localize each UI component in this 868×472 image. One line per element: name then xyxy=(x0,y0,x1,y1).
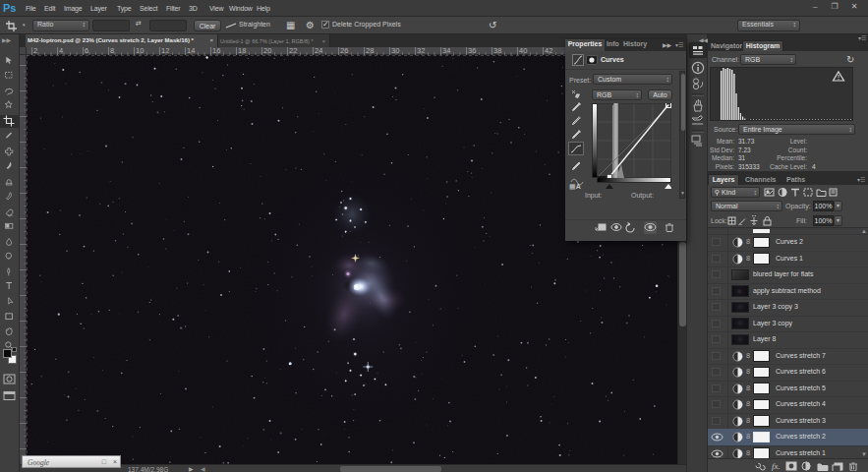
svg-text:26: 26 xyxy=(340,47,348,55)
svg-text:30: 30 xyxy=(391,47,399,55)
svg-text:24: 24 xyxy=(315,47,322,55)
svg-text:22: 22 xyxy=(289,47,297,55)
svg-text:32: 32 xyxy=(417,47,425,55)
svg-text:34: 34 xyxy=(442,47,450,55)
svg-text:10: 10 xyxy=(136,47,144,55)
svg-text:16: 16 xyxy=(212,47,220,55)
svg-text:14: 14 xyxy=(187,47,195,55)
svg-text:40: 40 xyxy=(519,47,527,55)
svg-text:28: 28 xyxy=(366,47,374,55)
svg-text:38: 38 xyxy=(493,47,501,55)
svg-text:18: 18 xyxy=(238,47,246,55)
svg-text:20: 20 xyxy=(263,47,271,55)
svg-text:42: 42 xyxy=(545,47,552,55)
svg-text:fx.: fx. xyxy=(772,461,781,471)
svg-text:36: 36 xyxy=(468,47,476,55)
svg-text:2: 2 xyxy=(33,47,37,55)
svg-text:4: 4 xyxy=(59,47,63,55)
svg-text:12: 12 xyxy=(161,47,169,55)
svg-text:8: 8 xyxy=(110,47,114,55)
svg-text:6: 6 xyxy=(85,47,88,55)
